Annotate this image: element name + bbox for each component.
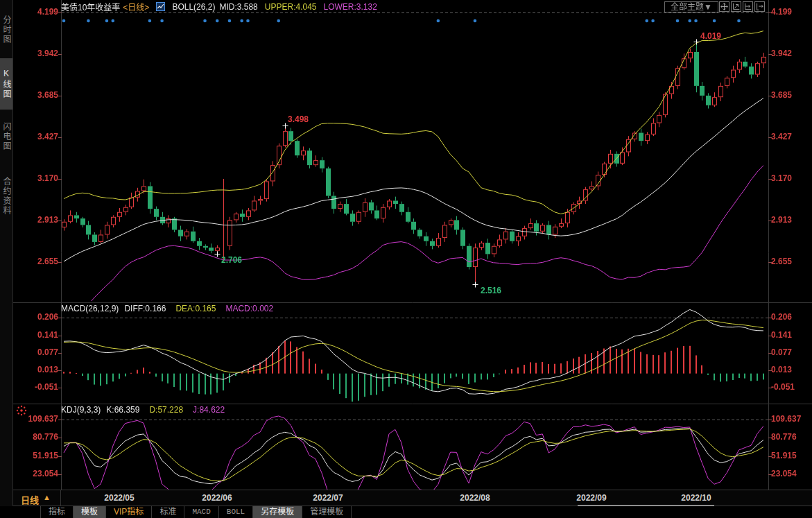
- axis-tick-label: 0.141: [771, 331, 810, 340]
- axis-tick-label: 109.637: [771, 415, 810, 424]
- bottom-tab-0[interactable]: 指标: [40, 506, 74, 518]
- axis-tick-label: 2.655: [771, 257, 810, 266]
- axis-tick-label: 0.077: [771, 348, 810, 357]
- chart-type-sidebar: 分时图K线图闪电图合约资料: [0, 0, 13, 518]
- axis-tick-label: 0.013: [26, 365, 58, 374]
- sidebar-item-2[interactable]: 闪电图: [0, 111, 12, 162]
- extreme-annotation: 4.019: [700, 31, 721, 41]
- axis-tick-label: 0.206: [771, 313, 810, 322]
- kdj-params-label: KDJ(9,3,3): [61, 405, 101, 415]
- month-label: 2022/05: [98, 493, 140, 503]
- axis-tick-label: 51.915: [771, 451, 810, 460]
- pan-right-icon[interactable]: [754, 1, 765, 12]
- axis-tick-label: 0.206: [26, 313, 58, 322]
- period-label: 日线: [21, 493, 39, 506]
- axis-tick-label: -0.051: [771, 383, 810, 392]
- axis-tick-label: 4.199: [771, 8, 810, 17]
- trading-app-window: 分时图K线图闪电图合约资料 美债10年收益率 <日线> BOLL(26,2) M…: [0, 0, 812, 518]
- theme-dropdown[interactable]: 全部主题▼: [664, 1, 718, 12]
- kdj-j-value: J:84.622: [193, 405, 225, 415]
- axis-tick-label: 23.054: [771, 469, 810, 478]
- month-label: 2022/07: [307, 493, 349, 503]
- macd-panel-header: MACD(26,12,9) DIFF:0.166 DEA:0.165 MACD:…: [61, 304, 273, 313]
- sidebar-item-3[interactable]: 合约资料: [0, 164, 12, 229]
- chart-header: 美债10年收益率 <日线> BOLL(26,2) MID:3.588 UPPER…: [61, 1, 377, 12]
- chart-mini-icon: [156, 2, 165, 11]
- axis-tick-label: 0.141: [26, 331, 58, 340]
- fit-chart-icon[interactable]: [731, 1, 741, 12]
- axis-tick-label: 3.427: [26, 132, 58, 141]
- bottom-tab-1[interactable]: 模板: [74, 506, 106, 518]
- period-arrow-icon: ▲: [43, 493, 51, 501]
- axis-tick-label: 109.637: [26, 415, 58, 424]
- extreme-annotation: 2.706: [221, 255, 242, 265]
- boll-lower-value: LOWER:3.132: [324, 2, 377, 12]
- bottom-tab-7[interactable]: 管理模板: [302, 506, 352, 518]
- axis-tick-label: 3.942: [26, 49, 58, 58]
- extreme-annotation: 3.498: [288, 114, 309, 124]
- month-label: 2022/10: [675, 493, 717, 503]
- axis-tick-label: 2.655: [26, 257, 58, 266]
- axis-tick-label: 51.915: [26, 451, 58, 460]
- axis-tick-label: 23.054: [26, 469, 58, 478]
- axis-tick-label: 80.776: [771, 433, 810, 442]
- bottom-tab-5[interactable]: BOLL: [219, 506, 253, 518]
- horizontal-scrollbar-thumb[interactable]: [578, 505, 714, 506]
- axis-tick-label: 0.077: [26, 348, 58, 357]
- bottom-tab-bar: 指标模板VIP指标标准MACDBOLL另存模板管理模板: [0, 506, 812, 518]
- macd-diff-value: DIFF:0.166: [124, 304, 166, 313]
- time-axis-bar: 日线 ▲ 2022/052022/062022/072022/082022/09…: [0, 490, 812, 506]
- axis-tick-label: -0.051: [26, 383, 58, 392]
- kdj-d-value: D:57.228: [149, 405, 183, 415]
- period-tag: <日线>: [123, 1, 149, 12]
- axis-tick-label: 3.170: [771, 174, 810, 183]
- extreme-annotation: 2.516: [481, 286, 501, 295]
- bottom-tab-2[interactable]: VIP指标: [106, 506, 152, 518]
- month-label: 2022/08: [454, 493, 496, 503]
- axis-tick-label: 3.170: [26, 174, 58, 183]
- axis-tick-label: 4.199: [26, 8, 58, 17]
- macd-macd-value: MACD:0.002: [225, 304, 273, 313]
- bottom-tab-6[interactable]: 另存模板: [253, 506, 302, 518]
- move-chart-icon[interactable]: [719, 1, 729, 12]
- axis-tick-label: 2.913: [771, 216, 810, 225]
- axis-tick-label: 0.013: [771, 365, 810, 374]
- sidebar-item-0[interactable]: 分时图: [0, 4, 12, 55]
- axis-tick-label: 3.685: [26, 91, 58, 100]
- macd-params-label: MACD(26,12,9): [61, 304, 119, 313]
- boll-params-label: BOLL(26,2): [172, 2, 215, 12]
- kdj-k-value: K:66.359: [106, 405, 139, 415]
- sidebar-item-1[interactable]: K线图: [0, 58, 12, 110]
- price-chart-canvas[interactable]: [0, 0, 812, 518]
- axis-tick-label: 2.913: [26, 216, 58, 225]
- boll-mid-value: MID:3.588: [219, 2, 257, 12]
- kdj-panel-header: KDJ(9,3,3) K:66.359 D:57.228 J:84.622: [61, 405, 225, 415]
- bottom-tab-4[interactable]: MACD: [184, 506, 218, 518]
- axis-tick-label: 3.685: [771, 91, 810, 100]
- boll-upper-value: UPPER:4.045: [265, 2, 317, 12]
- axis-tick-label: 3.427: [771, 132, 810, 141]
- instrument-title: 美债10年收益率: [61, 1, 120, 12]
- bottom-tab-3[interactable]: 标准: [152, 506, 184, 518]
- axis-tick-label: 3.942: [771, 49, 810, 58]
- month-label: 2022/09: [571, 493, 612, 503]
- month-label: 2022/06: [196, 493, 238, 503]
- scale-x-axis-icon[interactable]: [743, 1, 753, 12]
- axis-tick-label: 80.776: [26, 433, 58, 442]
- macd-dea-value: DEA:0.165: [175, 304, 216, 313]
